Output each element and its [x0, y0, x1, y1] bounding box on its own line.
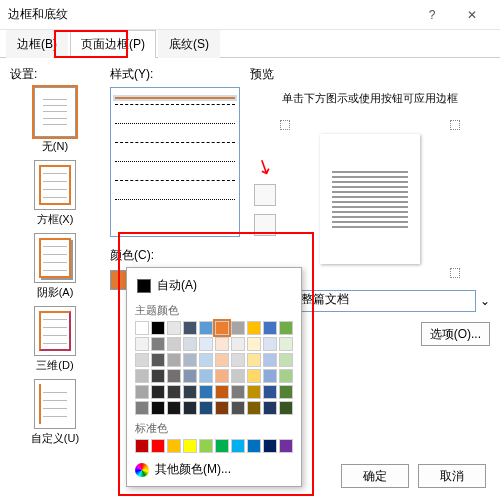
color-swatch[interactable] [215, 321, 229, 335]
color-swatch[interactable] [167, 337, 181, 351]
color-swatch[interactable] [231, 337, 245, 351]
color-swatch[interactable] [135, 401, 149, 415]
color-swatch[interactable] [183, 385, 197, 399]
color-swatch[interactable] [167, 401, 181, 415]
color-swatch[interactable] [151, 385, 165, 399]
color-swatch[interactable] [199, 337, 213, 351]
style-option[interactable] [115, 180, 235, 194]
apply-to-select[interactable]: 整篇文档 [296, 290, 476, 312]
style-listbox[interactable] [110, 87, 240, 237]
color-swatch[interactable] [135, 439, 149, 453]
style-option[interactable] [115, 104, 235, 118]
color-swatch[interactable] [135, 353, 149, 367]
color-swatch[interactable] [183, 401, 197, 415]
color-swatch[interactable] [231, 369, 245, 383]
color-swatch[interactable] [263, 401, 277, 415]
color-swatch[interactable] [279, 385, 293, 399]
color-swatch[interactable] [263, 353, 277, 367]
color-swatch[interactable] [135, 337, 149, 351]
color-swatch[interactable] [199, 385, 213, 399]
color-swatch[interactable] [279, 321, 293, 335]
setting-shadow[interactable]: 阴影(A) [10, 233, 100, 300]
style-option[interactable] [115, 97, 235, 99]
setting-none[interactable]: 无(N) [10, 87, 100, 154]
color-swatch[interactable] [199, 369, 213, 383]
color-swatch[interactable] [183, 321, 197, 335]
color-swatch[interactable] [215, 439, 229, 453]
color-swatch[interactable] [247, 401, 261, 415]
color-swatch[interactable] [151, 369, 165, 383]
color-swatch[interactable] [151, 321, 165, 335]
cancel-button[interactable]: 取消 [418, 464, 486, 488]
setting-shadow-label: 阴影(A) [37, 285, 74, 300]
color-swatch[interactable] [231, 401, 245, 415]
color-label: 颜色(C): [110, 247, 240, 264]
edge-left-button[interactable] [254, 214, 276, 236]
color-swatch[interactable] [215, 337, 229, 351]
color-swatch[interactable] [247, 321, 261, 335]
page-preview[interactable] [320, 134, 420, 264]
color-swatch[interactable] [183, 353, 197, 367]
color-swatch[interactable] [199, 401, 213, 415]
color-swatch[interactable] [279, 439, 293, 453]
setting-custom[interactable]: 自定义(U) [10, 379, 100, 446]
style-option[interactable] [115, 199, 235, 213]
color-swatch[interactable] [135, 385, 149, 399]
chevron-down-icon[interactable]: ⌄ [480, 294, 490, 308]
color-auto[interactable]: 自动(A) [135, 274, 293, 297]
color-swatch[interactable] [263, 369, 277, 383]
color-swatch[interactable] [279, 337, 293, 351]
color-swatch[interactable] [167, 385, 181, 399]
color-swatch[interactable] [247, 353, 261, 367]
color-swatch[interactable] [247, 385, 261, 399]
tab-borders[interactable]: 边框(B) [6, 30, 68, 58]
color-swatch[interactable] [279, 401, 293, 415]
color-swatch[interactable] [279, 353, 293, 367]
color-swatch[interactable] [231, 385, 245, 399]
color-swatch[interactable] [199, 353, 213, 367]
color-swatch[interactable] [231, 439, 245, 453]
color-swatch[interactable] [263, 385, 277, 399]
setting-box[interactable]: 方框(X) [10, 160, 100, 227]
edge-top-button[interactable] [254, 184, 276, 206]
color-swatch[interactable] [215, 369, 229, 383]
color-swatch[interactable] [151, 401, 165, 415]
color-swatch[interactable] [183, 369, 197, 383]
color-swatch[interactable] [167, 321, 181, 335]
help-button[interactable]: ? [412, 8, 452, 22]
color-swatch[interactable] [247, 337, 261, 351]
setting-3d[interactable]: 三维(D) [10, 306, 100, 373]
color-swatch[interactable] [135, 369, 149, 383]
color-swatch[interactable] [183, 337, 197, 351]
close-button[interactable]: ✕ [452, 8, 492, 22]
style-option[interactable] [115, 161, 235, 175]
color-swatch[interactable] [247, 439, 261, 453]
style-option[interactable] [115, 123, 235, 137]
options-button[interactable]: 选项(O)... [421, 322, 490, 346]
color-swatch[interactable] [215, 401, 229, 415]
color-swatch[interactable] [167, 439, 181, 453]
color-swatch[interactable] [231, 321, 245, 335]
color-swatch[interactable] [263, 321, 277, 335]
style-option[interactable] [115, 142, 235, 156]
color-swatch[interactable] [151, 439, 165, 453]
color-swatch[interactable] [135, 321, 149, 335]
color-swatch[interactable] [199, 321, 213, 335]
color-swatch[interactable] [263, 439, 277, 453]
color-swatch[interactable] [167, 369, 181, 383]
tab-page-border[interactable]: 页面边框(P) [70, 30, 156, 58]
color-swatch[interactable] [231, 353, 245, 367]
color-swatch[interactable] [215, 353, 229, 367]
ok-button[interactable]: 确定 [341, 464, 409, 488]
color-swatch[interactable] [279, 369, 293, 383]
color-swatch[interactable] [263, 337, 277, 351]
color-swatch[interactable] [199, 439, 213, 453]
tab-shading[interactable]: 底纹(S) [158, 30, 220, 58]
color-swatch[interactable] [151, 353, 165, 367]
color-swatch[interactable] [183, 439, 197, 453]
color-swatch[interactable] [247, 369, 261, 383]
more-colors[interactable]: 其他颜色(M)... [135, 461, 293, 478]
color-swatch[interactable] [167, 353, 181, 367]
color-swatch[interactable] [215, 385, 229, 399]
color-swatch[interactable] [151, 337, 165, 351]
